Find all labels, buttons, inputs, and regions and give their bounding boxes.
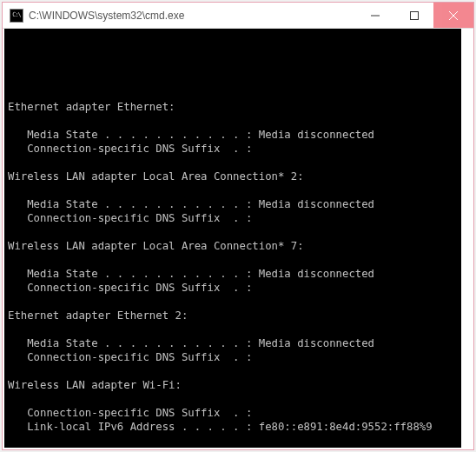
adapter-row: Media State . . . . . . . . . . . : Medi… bbox=[8, 336, 461, 350]
terminal-output[interactable]: Ethernet adapter Ethernet: Media State .… bbox=[3, 29, 473, 449]
adapter-row: Connection-specific DNS Suffix . : bbox=[8, 350, 461, 364]
adapter-row: Connection-specific DNS Suffix . : bbox=[8, 281, 461, 295]
window-title: C:\WINDOWS\system32\cmd.exe bbox=[29, 10, 355, 22]
blank-line bbox=[8, 295, 461, 309]
adapter-row: Connection-specific DNS Suffix . : bbox=[8, 142, 461, 156]
adapter-header: Ethernet adapter Ethernet: bbox=[8, 100, 461, 114]
adapter-row: Connection-specific DNS Suffix . : bbox=[8, 211, 461, 225]
adapter-header: Wireless LAN adapter Wi-Fi: bbox=[8, 378, 461, 392]
cmd-window: C:\ C:\WINDOWS\system32\cmd.exe Ethernet… bbox=[2, 2, 474, 450]
adapter-header: Wireless LAN adapter Local Area Connecti… bbox=[8, 170, 461, 183]
blank-line bbox=[8, 253, 461, 267]
blank-line bbox=[8, 322, 461, 336]
minimize-button[interactable] bbox=[355, 3, 394, 28]
adapter-row: Media State . . . . . . . . . . . : Medi… bbox=[8, 267, 461, 281]
svg-rect-1 bbox=[410, 11, 418, 19]
maximize-button[interactable] bbox=[394, 3, 433, 28]
close-button[interactable] bbox=[433, 3, 473, 28]
adapter-row: Media State . . . . . . . . . . . : Medi… bbox=[8, 128, 461, 142]
adapter-row: Connection-specific DNS Suffix . : bbox=[8, 406, 461, 420]
window-controls bbox=[355, 3, 473, 28]
titlebar[interactable]: C:\ C:\WINDOWS\system32\cmd.exe bbox=[3, 3, 473, 29]
blank-line bbox=[8, 364, 461, 378]
blank-line bbox=[8, 114, 461, 128]
blank-line bbox=[8, 156, 461, 170]
blank-line bbox=[8, 183, 461, 197]
blank-line bbox=[8, 225, 461, 239]
blank-line bbox=[8, 392, 461, 406]
adapter-row bbox=[8, 434, 461, 448]
adapter-header: Ethernet adapter Ethernet 2: bbox=[8, 309, 461, 322]
adapter-row: IPv4 Address. . . . . . . . . . . : 192.… bbox=[8, 448, 461, 449]
cmd-icon: C:\ bbox=[10, 9, 23, 23]
adapter-header: Wireless LAN adapter Local Area Connecti… bbox=[8, 239, 461, 253]
adapter-row: Link-local IPv6 Address . . . . . : fe80… bbox=[8, 420, 461, 434]
adapter-row: Media State . . . . . . . . . . . : Medi… bbox=[8, 197, 461, 211]
